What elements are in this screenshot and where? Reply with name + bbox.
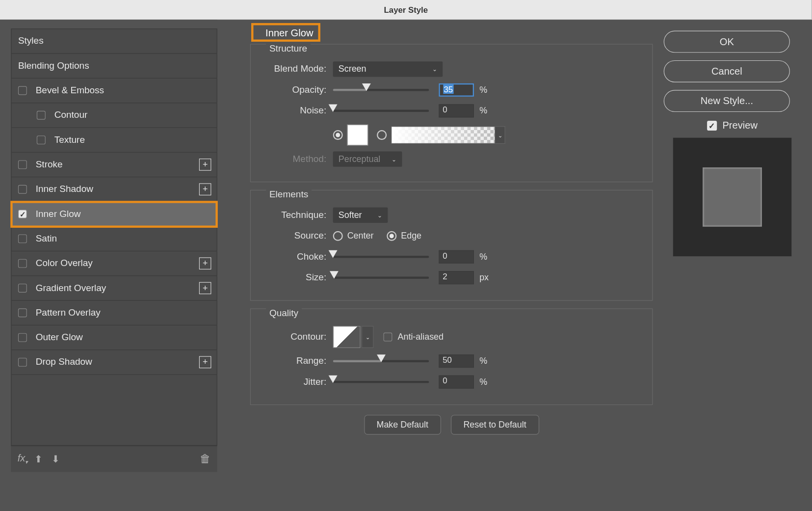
antialiased-checkbox[interactable]: [383, 333, 392, 342]
add-stroke-icon[interactable]: +: [199, 159, 211, 171]
preview-label: Preview: [722, 120, 758, 131]
checkbox-gradient-overlay[interactable]: [18, 284, 27, 293]
label-color-overlay: Color Overlay: [36, 258, 93, 269]
sidebar-item-inner-glow[interactable]: Inner Glow: [11, 202, 216, 226]
move-down-icon[interactable]: ⬇: [52, 453, 60, 465]
chevron-down-icon: ⌄: [372, 212, 382, 219]
opacity-slider[interactable]: [333, 89, 429, 91]
opacity-input[interactable]: 35: [439, 83, 474, 97]
label-inner-shadow: Inner Shadow: [36, 184, 93, 195]
checkbox-contour[interactable]: [37, 111, 46, 120]
sidebar-item-stroke[interactable]: Stroke+: [11, 153, 216, 177]
sidebar-item-inner-shadow[interactable]: Inner Shadow+: [11, 177, 216, 202]
contour-dropdown[interactable]: ⌄: [362, 326, 374, 348]
chevron-down-icon: ⌄: [386, 156, 396, 163]
cancel-button[interactable]: Cancel: [664, 60, 790, 82]
checkbox-texture[interactable]: [37, 135, 46, 144]
method-value: Perceptual: [339, 154, 381, 164]
noise-input[interactable]: 0: [439, 104, 474, 117]
sidebar-item-bevel-emboss[interactable]: Bevel & Emboss: [11, 79, 216, 103]
label-contour: Contour: [54, 110, 88, 121]
gradient-preview[interactable]: [391, 126, 495, 144]
method-label: Method:: [262, 154, 333, 164]
label-pattern-overlay: Pattern Overlay: [36, 307, 101, 318]
choke-unit: %: [479, 252, 487, 262]
window-titlebar: Layer Style: [0, 0, 812, 20]
checkbox-pattern-overlay[interactable]: [18, 308, 27, 317]
make-default-button[interactable]: Make Default: [364, 415, 441, 434]
source-edge-radio[interactable]: [387, 231, 396, 241]
add-gradient-overlay-icon[interactable]: +: [199, 282, 211, 295]
checkbox-bevel[interactable]: [18, 86, 27, 95]
reset-default-button[interactable]: Reset to Default: [451, 415, 539, 434]
noise-label: Noise:: [262, 106, 333, 116]
label-gradient-overlay: Gradient Overlay: [36, 283, 106, 294]
chevron-down-icon: ⌄: [427, 66, 437, 73]
range-unit: %: [479, 356, 487, 366]
structure-group: Structure Blend Mode: Screen⌄ Opacity: 3…: [250, 44, 653, 182]
sidebar-item-blending-options[interactable]: Blending Options: [11, 54, 216, 79]
jitter-input[interactable]: 0: [439, 376, 474, 389]
preview-checkbox[interactable]: [707, 120, 717, 130]
sidebar-item-styles[interactable]: Styles: [11, 29, 216, 54]
checkbox-inner-glow[interactable]: [18, 210, 27, 218]
blend-mode-select[interactable]: Screen⌄: [333, 61, 443, 77]
method-select: Perceptual⌄: [333, 152, 402, 167]
checkbox-color-overlay[interactable]: [18, 259, 27, 268]
range-label: Range:: [262, 355, 333, 366]
add-inner-shadow-icon[interactable]: +: [199, 183, 211, 195]
color-radio[interactable]: [333, 130, 343, 140]
sidebar-item-color-overlay[interactable]: Color Overlay+: [11, 251, 216, 276]
color-swatch[interactable]: [347, 125, 368, 145]
new-style-button[interactable]: New Style...: [664, 90, 790, 112]
source-label: Source:: [262, 231, 333, 242]
checkbox-drop-shadow[interactable]: [18, 358, 27, 367]
label-outer-glow: Outer Glow: [36, 332, 83, 343]
fx-menu-icon[interactable]: fx▾: [18, 453, 28, 465]
sidebar-item-contour[interactable]: Contour: [11, 103, 216, 128]
sidebar-item-drop-shadow[interactable]: Drop Shadow+: [11, 350, 216, 375]
elements-legend: Elements: [266, 189, 312, 200]
source-center-label: Center: [347, 231, 374, 241]
noise-slider[interactable]: [333, 110, 429, 112]
source-center-radio[interactable]: [333, 231, 343, 241]
size-unit: px: [479, 273, 489, 283]
checkbox-inner-shadow[interactable]: [18, 185, 27, 194]
size-slider[interactable]: [333, 276, 429, 278]
add-color-overlay-icon[interactable]: +: [199, 257, 211, 269]
technique-select[interactable]: Softer⌄: [333, 208, 388, 223]
size-label: Size:: [262, 272, 333, 283]
size-input[interactable]: 2: [439, 271, 474, 284]
add-drop-shadow-icon[interactable]: +: [199, 356, 211, 369]
ok-button[interactable]: OK: [664, 31, 790, 53]
sidebar-item-outer-glow[interactable]: Outer Glow: [11, 325, 216, 350]
checkbox-stroke[interactable]: [18, 160, 27, 169]
elements-group: Elements Technique: Softer⌄ Source: Cent…: [250, 190, 653, 301]
quality-legend: Quality: [266, 308, 302, 319]
choke-input[interactable]: 0: [439, 250, 474, 264]
checkbox-satin[interactable]: [18, 234, 27, 243]
blend-mode-label: Blend Mode:: [262, 64, 333, 75]
choke-slider[interactable]: [333, 256, 429, 258]
gradient-dropdown[interactable]: ⌄: [496, 126, 505, 144]
label-styles: Styles: [18, 36, 44, 47]
gradient-radio[interactable]: [377, 130, 387, 140]
sidebar-item-pattern-overlay[interactable]: Pattern Overlay: [11, 301, 216, 325]
choke-label: Choke:: [262, 251, 333, 262]
move-up-icon[interactable]: ⬆: [34, 453, 43, 465]
range-slider[interactable]: [333, 360, 429, 362]
sidebar-item-texture[interactable]: Texture: [11, 128, 216, 152]
preview-swatch: [703, 167, 762, 227]
sidebar-item-satin[interactable]: Satin: [11, 227, 216, 251]
contour-picker[interactable]: [333, 326, 361, 348]
sidebar-item-gradient-overlay[interactable]: Gradient Overlay+: [11, 276, 216, 300]
jitter-slider[interactable]: [333, 381, 429, 383]
range-input[interactable]: 50: [439, 354, 474, 368]
checkbox-outer-glow[interactable]: [18, 333, 27, 342]
delete-icon[interactable]: 🗑: [200, 453, 210, 465]
sidebar-footer: fx▾ ⬆ ⬇ 🗑: [11, 446, 217, 472]
window-title: Layer Style: [384, 5, 428, 14]
main-panel: Inner Glow Structure Blend Mode: Screen⌄…: [217, 20, 664, 472]
blend-mode-value: Screen: [339, 64, 367, 74]
structure-legend: Structure: [266, 43, 311, 54]
